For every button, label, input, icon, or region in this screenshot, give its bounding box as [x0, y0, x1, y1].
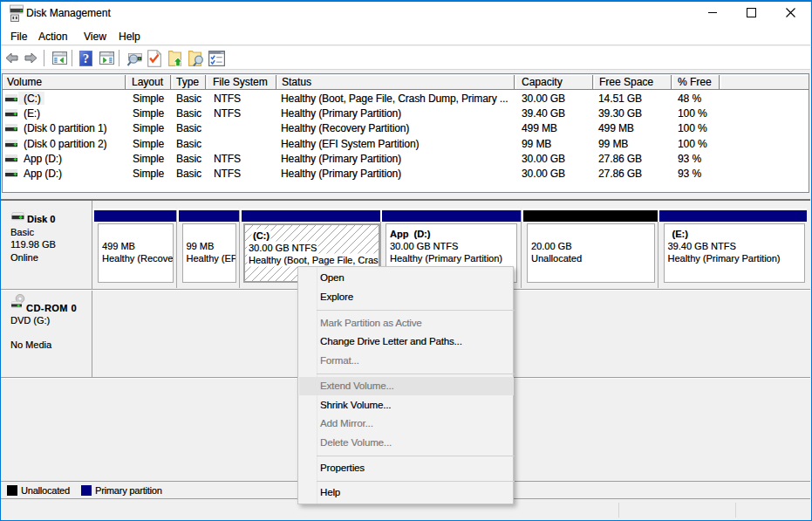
- svg-text:?: ?: [83, 51, 90, 65]
